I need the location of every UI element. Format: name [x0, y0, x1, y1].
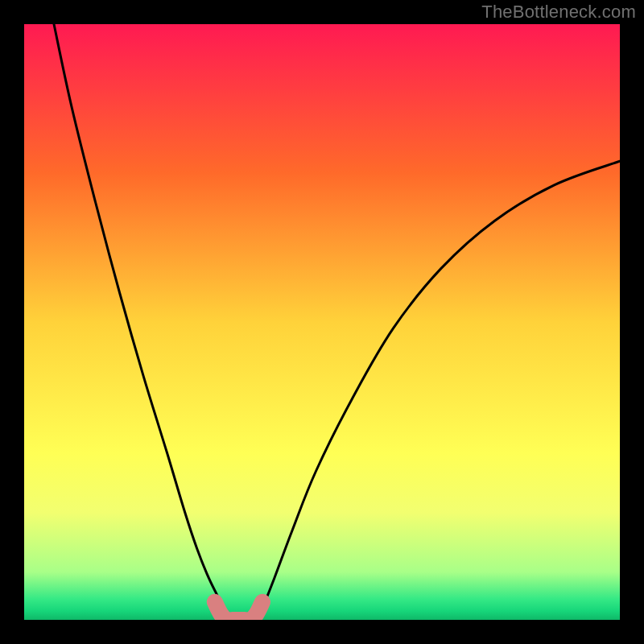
outer-frame: TheBottleneck.com [0, 0, 644, 644]
watermark-label: TheBottleneck.com [481, 2, 636, 23]
gradient-background [24, 24, 620, 620]
chart-svg [24, 24, 620, 620]
plot-area [24, 24, 620, 620]
